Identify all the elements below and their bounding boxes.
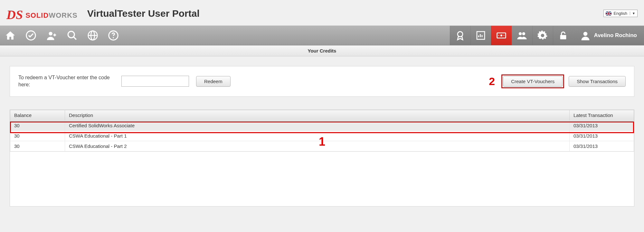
page-title: VirtualTester User Portal <box>87 8 200 19</box>
nav-search[interactable] <box>62 26 82 45</box>
svg-point-7 <box>458 32 463 37</box>
nav-stats[interactable] <box>470 26 491 45</box>
brand-works: WORKS <box>49 11 77 19</box>
nav-settings[interactable] <box>532 26 553 45</box>
brand-solid: SOLID <box>25 11 49 19</box>
search-icon <box>67 30 78 41</box>
table-header-row: Balance Description Latest Transaction <box>10 110 634 120</box>
globe-icon <box>87 30 98 41</box>
users-icon <box>517 30 527 41</box>
svg-point-12 <box>504 35 505 36</box>
svg-point-14 <box>522 32 525 35</box>
svg-point-1 <box>49 32 52 35</box>
user-name: Avelino Rochino <box>594 32 637 39</box>
cell-latest: 03/31/2013 <box>570 130 634 141</box>
nav-add-user[interactable] <box>41 26 62 45</box>
subheader: Your Credits <box>0 45 644 56</box>
annotation-1: 1 <box>319 135 325 149</box>
cell-latest: 03/31/2013 <box>570 141 634 151</box>
cell-balance: 30 <box>10 141 65 151</box>
col-balance[interactable]: Balance <box>10 110 65 120</box>
create-vouchers-button[interactable]: Create VT-Vouchers <box>503 76 563 87</box>
svg-rect-15 <box>560 35 566 39</box>
svg-point-11 <box>498 35 499 36</box>
svg-point-10 <box>500 34 502 36</box>
cell-description: Certified SolidWorks Associate <box>65 120 570 130</box>
help-icon <box>108 30 119 41</box>
home-icon <box>5 30 16 41</box>
redeem-label: To redeem a VT-Voucher enter the code he… <box>18 74 121 89</box>
redeem-button[interactable]: Redeem <box>196 76 231 87</box>
col-description[interactable]: Description <box>65 110 570 120</box>
cell-description: CSWA Educational - Part 1 <box>65 130 570 141</box>
redeem-panel: To redeem a VT-Voucher enter the code he… <box>10 66 634 97</box>
navbar: Avelino Rochino <box>0 25 644 45</box>
voucher-code-input[interactable] <box>121 76 189 87</box>
nav-globe[interactable] <box>82 26 103 45</box>
cell-balance: 30 <box>10 130 65 141</box>
header: DS SOLIDWORKS VirtualTester User Portal … <box>0 0 644 25</box>
nav-unlock[interactable] <box>553 26 573 45</box>
badge-icon <box>455 30 465 41</box>
subheader-title: Your Credits <box>308 48 336 53</box>
nav-badge[interactable] <box>450 26 470 45</box>
language-label: English <box>613 11 627 16</box>
nav-home[interactable] <box>0 26 21 45</box>
unlock-icon <box>558 30 568 41</box>
table-empty-area <box>10 151 634 206</box>
svg-point-6 <box>113 37 114 38</box>
cell-balance: 30 <box>10 120 65 130</box>
add-user-icon <box>46 30 57 41</box>
nav-help[interactable] <box>103 26 124 45</box>
annotation-2: 2 <box>489 75 495 88</box>
avatar-icon <box>581 31 590 40</box>
nav-users[interactable] <box>512 26 532 45</box>
chevron-down-icon: ▼ <box>630 12 635 15</box>
show-transactions-button[interactable]: Show Transactions <box>569 76 626 87</box>
check-icon <box>25 30 36 41</box>
logo-ds-icon: DS <box>6 7 23 22</box>
logo: DS SOLIDWORKS <box>6 6 78 21</box>
col-latest[interactable]: Latest Transaction <box>570 110 634 120</box>
flag-uk-icon <box>606 12 611 15</box>
credits-table-wrap: Balance Description Latest Transaction 3… <box>10 110 634 207</box>
highlight-create-vouchers: Create VT-Vouchers <box>501 74 564 88</box>
gear-icon <box>537 30 548 41</box>
credits-icon <box>496 30 507 41</box>
language-picker[interactable]: English ▼ <box>603 10 638 17</box>
svg-point-2 <box>68 31 74 38</box>
nav-credits[interactable] <box>491 26 512 45</box>
user-menu[interactable]: Avelino Rochino <box>573 26 644 45</box>
stats-icon <box>476 30 486 41</box>
svg-point-16 <box>583 32 587 36</box>
cell-description: CSWA Educational - Part 2 <box>65 141 570 151</box>
cell-latest: 03/31/2013 <box>570 120 634 130</box>
nav-check[interactable] <box>21 26 41 45</box>
svg-point-13 <box>519 32 522 35</box>
table-row[interactable]: 30 Certified SolidWorks Associate 03/31/… <box>10 120 634 130</box>
